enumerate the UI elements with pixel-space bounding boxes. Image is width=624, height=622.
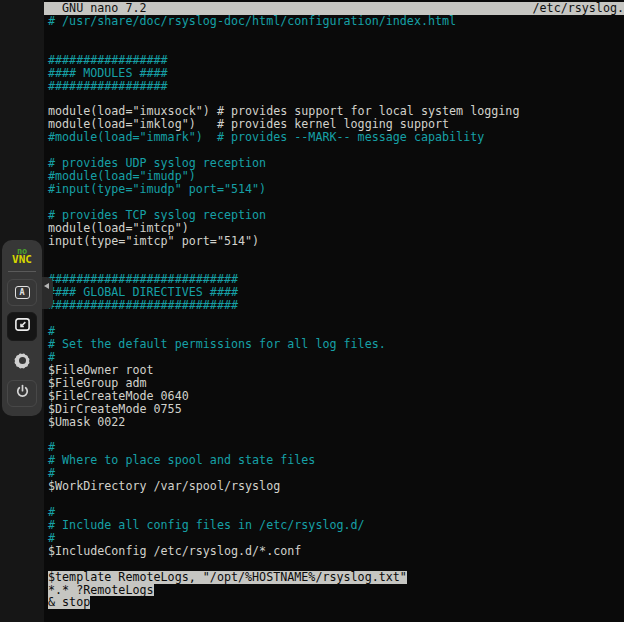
editor-line: # Include all config files in /etc/rsysl… <box>48 519 624 532</box>
editor-line: # Where to place spool and state files <box>48 454 624 467</box>
fullscreen-icon <box>13 316 32 337</box>
keyboard-button[interactable]: A <box>7 279 37 306</box>
editor-line: # /usr/share/doc/rsyslog-doc/html/config… <box>48 15 624 28</box>
editor-line: $IncludeConfig /etc/rsyslog.d/*.conf <box>48 545 624 558</box>
editor-line: $DirCreateMode 0755 <box>48 403 624 416</box>
keyboard-icon: A <box>15 286 30 299</box>
editor-line: $FileCreateMode 0640 <box>48 390 624 403</box>
editor-line <box>48 196 624 209</box>
editor-line: input(type="imtcp" port="514") <box>48 235 624 248</box>
editor-line: # <box>48 532 624 545</box>
editor-line: # <box>48 506 624 519</box>
editor-line: module(load="imtcp") <box>48 222 624 235</box>
editor-line: ########################### <box>48 299 624 312</box>
nano-filename: /etc/rsyslog. <box>533 2 624 15</box>
editor-line: ################# <box>48 54 624 67</box>
panel-collapse-handle[interactable] <box>42 277 53 309</box>
editor-line: $FileGroup adm <box>48 377 624 390</box>
editor-line: # Set the default permissions for all lo… <box>48 338 624 351</box>
editor-line: $WorkDirectory /var/spool/rsyslog <box>48 480 624 493</box>
power-icon <box>14 383 31 404</box>
editor-line: *.* ?RemoteLogs <box>48 584 624 597</box>
editor-line: $Umask 0022 <box>48 416 624 429</box>
gear-icon <box>13 352 31 370</box>
editor-line: $FileOwner root <box>48 364 624 377</box>
editor-line: ################# <box>48 80 624 93</box>
novnc-logo-bottom: VNC <box>12 255 32 265</box>
settings-button[interactable] <box>7 347 37 374</box>
editor-line: #module(load="immark") # provides --MARK… <box>48 131 624 144</box>
editor-line: #### MODULES #### <box>48 67 624 80</box>
editor-line: #input(type="imudp" port="514") <box>48 183 624 196</box>
editor-line <box>48 558 624 571</box>
power-button[interactable] <box>7 380 37 407</box>
editor-line <box>48 248 624 261</box>
editor-line: # provides TCP syslog reception <box>48 209 624 222</box>
editor-line: $template RemoteLogs, "/opt/%HOSTNAME%/r… <box>48 571 624 584</box>
editor-line: & stop <box>48 596 624 609</box>
terminal-screen[interactable]: GNU nano 7.2 /etc/rsyslog. # /usr/share/… <box>44 0 624 622</box>
collapse-arrow-icon <box>44 283 49 289</box>
editor-line <box>48 41 624 54</box>
editor-line <box>48 28 624 41</box>
editor-line: # <box>48 351 624 364</box>
panel-divider <box>8 271 36 272</box>
vnc-control-panel: no VNC A <box>2 240 42 416</box>
fullscreen-button[interactable] <box>7 312 37 341</box>
novnc-logo: no VNC <box>12 247 32 265</box>
editor-line <box>48 429 624 442</box>
editor-content: # /usr/share/doc/rsyslog-doc/html/config… <box>44 15 624 609</box>
editor-line <box>48 312 624 325</box>
editor-line <box>48 493 624 506</box>
